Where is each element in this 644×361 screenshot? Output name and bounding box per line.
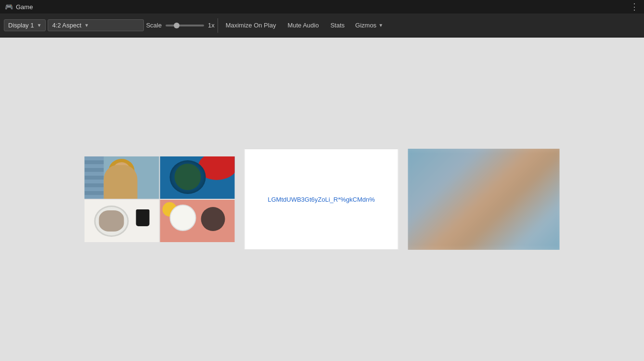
food-on-plate <box>99 210 124 232</box>
display-chevron-icon: ▼ <box>37 23 41 28</box>
mute-audio-button[interactable]: Mute Audio <box>283 20 323 31</box>
wall-decoration <box>85 156 104 199</box>
food-plate-image <box>160 156 235 199</box>
more-options-button[interactable]: ⋮ <box>630 1 639 12</box>
aspect-dropdown[interactable]: 4:2 Aspect ▼ <box>48 19 144 31</box>
salmon-plate1 <box>170 205 196 231</box>
scale-slider[interactable] <box>166 25 204 26</box>
display-dropdown[interactable]: Display 1 ▼ <box>4 19 46 31</box>
gizmos-chevron-icon: ▼ <box>378 23 383 28</box>
scale-value: 1x <box>208 22 215 29</box>
plate-food-image <box>85 200 159 242</box>
aspect-chevron-icon: ▼ <box>84 23 89 28</box>
aspect-label: 4:2 Aspect <box>52 22 81 29</box>
window-title: Game <box>16 3 33 11</box>
gizmos-dropdown[interactable]: Gizmos ▼ <box>351 20 387 31</box>
blur-background <box>408 149 560 250</box>
stats-button[interactable]: Stats <box>325 20 349 31</box>
main-content: LGMtdUWB3Gt6yZoLi_R*%gkCMdn% <box>0 38 644 361</box>
scale-control: Scale 1x <box>146 22 214 29</box>
maximize-on-play-button[interactable]: Maximize On Play <box>221 20 281 31</box>
url-text: LGMtdUWB3Gt6yZoLi_R*%gkCMdn% <box>263 191 380 208</box>
salmon-food-image <box>160 200 235 242</box>
blurred-image <box>408 149 560 250</box>
cup <box>136 209 150 226</box>
game-icon: 🎮 <box>5 3 13 11</box>
images-area: LGMtdUWB3Gt6yZoLi_R*%gkCMdn% <box>85 149 560 250</box>
person-body <box>104 165 138 199</box>
display-label: Display 1 <box>8 22 34 29</box>
scale-label: Scale <box>146 22 162 29</box>
title-bar: 🎮 Game ⋮ <box>0 0 644 13</box>
food-item <box>175 164 201 190</box>
url-panel: LGMtdUWB3Gt6yZoLi_R*%gkCMdn% <box>245 149 399 250</box>
gizmos-label: Gizmos <box>355 22 376 29</box>
salmon-plate2 <box>201 207 225 231</box>
person-image <box>85 156 159 199</box>
separator-1 <box>218 18 218 33</box>
toolbar: Display 1 ▼ 4:2 Aspect ▼ Scale 1x Maximi… <box>0 13 644 38</box>
image-grid <box>85 156 235 242</box>
